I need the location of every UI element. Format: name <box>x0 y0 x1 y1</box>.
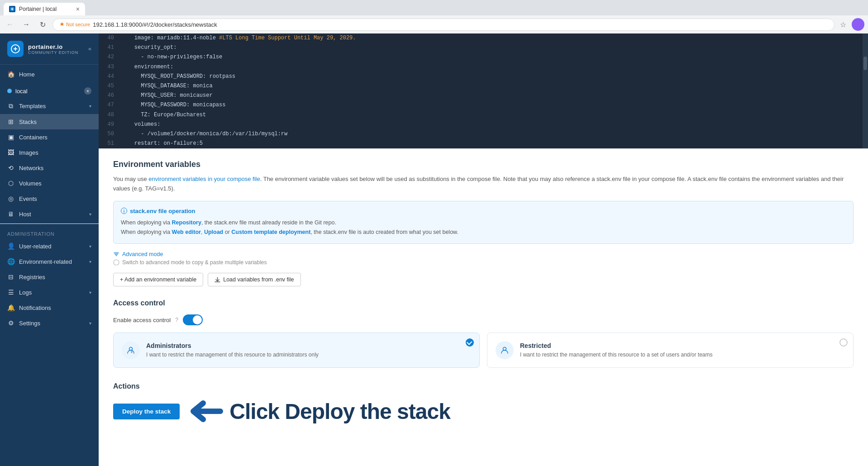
code-line-42: 42 - no-new-privileges:false <box>99 52 863 62</box>
bookmark-button[interactable]: ☆ <box>838 19 848 31</box>
sidebar-item-containers[interactable]: ▣ Containers <box>0 129 99 145</box>
logo-text: portainer.io COMMUNITY EDITION <box>28 43 78 55</box>
code-line-45: 45 MYSQL_DATABASE: monica <box>99 81 863 91</box>
content-area: Environment variables You may use enviro… <box>99 149 868 436</box>
env-status-dot <box>7 89 12 93</box>
logs-arrow: ▾ <box>89 290 91 295</box>
admin-section-label: Administration <box>0 226 99 238</box>
images-icon: 🖼 <box>7 149 14 156</box>
admin-radio-button[interactable] <box>466 338 474 347</box>
svg-point-4 <box>114 260 119 265</box>
home-icon: 🏠 <box>7 71 14 78</box>
back-button[interactable]: ← <box>4 18 16 31</box>
user-related-label: User-related <box>19 243 85 250</box>
stacks-label: Stacks <box>19 119 91 125</box>
env-vars-link[interactable]: environment variables in your compose fi… <box>148 176 260 182</box>
browser-chrome: Portainer | local × <box>0 0 868 15</box>
registries-icon: ⊟ <box>7 273 14 281</box>
advanced-mode-link[interactable]: Advanced mode <box>113 251 854 257</box>
sidebar-logo: portainer.io COMMUNITY EDITION « <box>0 33 99 65</box>
code-line-47: 47 MYSQL_PASSWORD: monicapass <box>99 100 863 110</box>
env-close-button[interactable]: × <box>84 87 91 95</box>
events-label: Events <box>19 195 91 202</box>
env-related-arrow: ▾ <box>89 259 91 264</box>
app-layout: portainer.io COMMUNITY EDITION « 🏠 Home … <box>0 33 868 466</box>
code-line-43: 43 environment: <box>99 62 863 72</box>
templates-label: Templates <box>19 103 85 109</box>
sidebar-item-registries[interactable]: ⊟ Registries <box>0 269 99 285</box>
sidebar-item-settings[interactable]: ⚙ Settings ▾ <box>0 315 99 331</box>
notifications-icon: 🔔 <box>7 304 14 311</box>
registries-label: Registries <box>19 274 91 281</box>
sidebar-item-volumes[interactable]: ⬡ Volumes <box>0 176 99 191</box>
main-content: 40 image: mariadb:11.4-noble #LTS Long T… <box>99 33 868 466</box>
host-icon: 🖥 <box>7 210 14 218</box>
add-env-var-button[interactable]: + Add an environment variable <box>113 273 203 286</box>
browser-tabs: Portainer | local × <box>4 3 864 15</box>
sidebar-item-stacks[interactable]: ⊞ Stacks <box>0 114 99 129</box>
code-line-49: 49 volumes: <box>99 120 863 129</box>
access-card-restricted[interactable]: Restricted I want to restrict the manage… <box>487 333 854 368</box>
volumes-icon: ⬡ <box>7 180 14 187</box>
code-line-48: 48 TZ: Europe/Bucharest <box>99 110 863 120</box>
settings-arrow: ▾ <box>89 321 91 326</box>
restricted-card-desc: I want to restrict the management of thi… <box>520 351 713 359</box>
code-scrollbar[interactable] <box>863 33 868 148</box>
sidebar-item-user-related[interactable]: 👤 User-related ▾ <box>0 238 99 254</box>
admin-card-icon <box>122 341 140 359</box>
advanced-mode-label: Advanced mode <box>122 251 163 257</box>
restricted-card-content: Restricted I want to restrict the manage… <box>520 342 713 359</box>
code-line-51: 51 restart: on-failure:5 <box>99 139 863 148</box>
host-arrow: ▾ <box>89 212 91 217</box>
sidebar-collapse-button[interactable]: « <box>88 46 91 52</box>
sidebar-item-env-related[interactable]: 🌐 Environment-related ▾ <box>0 254 99 269</box>
logs-icon: ☰ <box>7 289 14 296</box>
access-toggle-switch[interactable] <box>183 314 203 325</box>
svg-text:i: i <box>124 209 125 214</box>
advanced-mode-toggle[interactable]: Advanced mode <box>113 251 854 257</box>
code-editor: 40 image: mariadb:11.4-noble #LTS Long T… <box>99 33 868 149</box>
templates-arrow: ▾ <box>89 104 91 109</box>
settings-label: Settings <box>19 320 85 327</box>
networks-icon: ⟲ <box>7 164 14 171</box>
code-lines: 40 image: mariadb:11.4-noble #LTS Long T… <box>99 33 863 148</box>
restricted-radio-button[interactable] <box>839 338 848 347</box>
sidebar-item-images[interactable]: 🖼 Images <box>0 145 99 160</box>
sidebar-item-templates[interactable]: ⧉ Templates ▾ <box>0 98 99 114</box>
sidebar-home-section: 🏠 Home <box>0 65 99 84</box>
forward-button[interactable]: → <box>20 18 33 31</box>
logo-sub: COMMUNITY EDITION <box>28 50 78 55</box>
reload-button[interactable]: ↻ <box>36 18 49 31</box>
upload-link[interactable]: Upload <box>204 229 223 235</box>
sidebar-item-notifications[interactable]: 🔔 Notifications <box>0 300 99 315</box>
address-bar[interactable]: Not secure 192.168.1.18:9000/#!/2/docker… <box>52 19 835 31</box>
actions-container: Deploy the stack Click Deploy the stack <box>113 398 854 425</box>
notifications-label: Notifications <box>19 304 91 311</box>
restricted-card-title: Restricted <box>520 342 713 349</box>
deploy-stack-button[interactable]: Deploy the stack <box>113 404 180 419</box>
active-tab[interactable]: Portainer | local × <box>4 3 85 15</box>
custom-template-link[interactable]: Custom template deployment <box>231 229 310 235</box>
browser-toolbar: ← → ↻ Not secure 192.168.1.18:9000/#!/2/… <box>0 15 868 33</box>
tab-title: Portainer | local <box>19 6 72 12</box>
images-label: Images <box>19 149 91 156</box>
sidebar-item-host[interactable]: 🖥 Host ▾ <box>0 206 99 222</box>
events-icon: ◎ <box>7 195 14 202</box>
sidebar: portainer.io COMMUNITY EDITION « 🏠 Home … <box>0 33 99 466</box>
sidebar-item-events[interactable]: ◎ Events <box>0 191 99 206</box>
env-header: local × <box>0 84 99 98</box>
access-card-administrators[interactable]: Administrators I want to restrict the ma… <box>113 333 480 368</box>
access-toggle-label: Enable access control <box>113 317 171 323</box>
tab-close-button[interactable]: × <box>76 5 80 13</box>
env-related-label: Environment-related <box>19 258 85 265</box>
logs-label: Logs <box>19 289 85 296</box>
sidebar-item-networks[interactable]: ⟲ Networks <box>0 160 99 176</box>
repository-link[interactable]: Repository <box>172 219 201 226</box>
sidebar-item-logs[interactable]: ☰ Logs ▾ <box>0 285 99 300</box>
env-section-desc: You may use environment variables in you… <box>113 175 854 194</box>
load-env-file-button[interactable]: Load variables from .env file <box>208 273 300 286</box>
web-editor-link[interactable]: Web editor <box>172 229 201 235</box>
profile-button[interactable] <box>852 18 864 31</box>
sidebar-item-home[interactable]: 🏠 Home <box>0 67 99 82</box>
info-box-body: When deploying via Repository, the stack… <box>121 218 846 238</box>
